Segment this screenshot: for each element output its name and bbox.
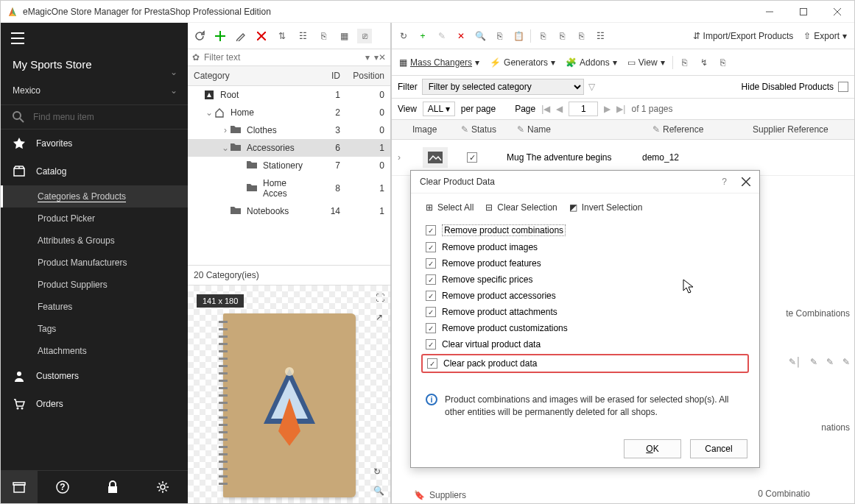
tool-button[interactable]: ↯ <box>697 55 711 70</box>
cancel-button[interactable]: Cancel <box>690 439 747 458</box>
hide-disabled-checkbox[interactable] <box>838 82 848 92</box>
checkbox[interactable] <box>426 323 436 333</box>
refresh-button[interactable]: ↻ <box>396 29 411 43</box>
external-icon[interactable]: ↗ <box>376 312 384 322</box>
view-button[interactable]: ▭View▾ <box>624 56 668 69</box>
zoom-icon[interactable]: 🔍 <box>373 486 384 496</box>
checkbox[interactable] <box>426 274 436 285</box>
sidebar-subitem-product-manufacturers[interactable]: Product Manufacturers <box>1 252 188 274</box>
dialog-option-row[interactable]: Remove product customizations <box>426 320 745 336</box>
dialog-close-button[interactable] <box>742 177 750 186</box>
sidebar-subitem-tags[interactable]: Tags <box>1 318 188 340</box>
sidebar-subitem-features[interactable]: Features <box>1 296 188 318</box>
category-row[interactable]: Stationery70 <box>188 157 390 174</box>
sidebar-item-catalog[interactable]: Catalog <box>1 157 188 185</box>
window-minimize-button[interactable] <box>753 1 787 23</box>
select-all-button[interactable]: ⊞Select All <box>426 202 474 213</box>
category-row[interactable]: ⌄Accessories61 <box>188 139 390 157</box>
edit-button[interactable]: ✎ <box>434 29 449 43</box>
last-page-button[interactable]: ▶| <box>616 104 625 114</box>
tool-button[interactable]: ☷ <box>593 29 608 43</box>
category-row[interactable]: Home Acces81 <box>188 174 390 202</box>
mass-changers-button[interactable]: ▦Mass Changers▾ <box>396 56 482 69</box>
checkbox[interactable] <box>426 258 436 269</box>
category-row[interactable]: Root10 <box>188 86 390 104</box>
category-tree[interactable]: Root10⌄Home20›Clothes30⌄Accessories61Sta… <box>188 86 390 265</box>
settings-button[interactable] <box>138 471 188 503</box>
sidebar-subitem-attachments[interactable]: Attachments <box>1 340 188 362</box>
window-close-button[interactable] <box>820 1 854 23</box>
expand-row-icon[interactable]: › <box>398 152 408 163</box>
dialog-help-button[interactable]: ? <box>722 177 727 187</box>
tool-button-3[interactable]: ⎘ <box>316 29 331 43</box>
sidebar-subitem-categories-products[interactable]: Categories & Products <box>1 185 188 207</box>
category-filter-input[interactable] <box>204 52 361 63</box>
filter-select[interactable]: Filter by selected category <box>422 79 584 95</box>
archive-button[interactable] <box>1 471 38 503</box>
sidebar-item-customers[interactable]: Customers <box>1 362 188 390</box>
category-row[interactable]: Notebooks141 <box>188 202 390 220</box>
twist-icon[interactable]: ⌄ <box>220 143 231 153</box>
tool-button[interactable]: ⎘ <box>716 55 731 70</box>
delete-button[interactable] <box>254 29 269 43</box>
sidebar-subitem-attributes-groups[interactable]: Attributes & Groups <box>1 230 188 252</box>
sidebar-item-favorites[interactable]: Favorites <box>1 129 188 157</box>
clear-filter-icon[interactable]: ▾✕ <box>374 52 386 63</box>
hamburger-button[interactable] <box>1 23 188 54</box>
dialog-option-row[interactable]: Clear pack product data <box>421 354 749 373</box>
twist-icon[interactable]: › <box>220 125 231 135</box>
dialog-option-row[interactable]: Clear virtual product data <box>426 336 745 352</box>
view-per-page-select[interactable]: ALL▾ <box>423 102 455 116</box>
clear-selection-button[interactable]: ⊟Clear Selection <box>485 202 557 213</box>
sidebar-subitem-product-picker[interactable]: Product Picker <box>1 207 188 230</box>
tool-button[interactable]: ⎘ <box>535 29 550 43</box>
sidebar-search[interactable]: Find menu item <box>1 104 188 129</box>
suppliers-tab[interactable]: Suppliers <box>429 490 466 500</box>
next-page-button[interactable]: ▶ <box>604 104 611 114</box>
filter-funnel-icon[interactable]: ▽ <box>588 82 595 92</box>
sidebar-item-orders[interactable]: Orders <box>1 390 188 418</box>
checkbox[interactable] <box>426 307 436 317</box>
tool-button-2[interactable]: ☷ <box>295 29 310 43</box>
category-row[interactable]: ⌄Home20 <box>188 104 390 121</box>
dialog-option-row[interactable]: Remove specific prices <box>426 271 745 288</box>
tool-button[interactable]: ⎘ <box>555 29 569 43</box>
checkbox[interactable] <box>427 358 437 369</box>
import-export-button[interactable]: ⇵Import/Export Products <box>690 29 797 43</box>
filter-icon[interactable]: ▾ <box>365 52 370 63</box>
window-maximize-button[interactable] <box>787 1 820 23</box>
lock-button[interactable] <box>88 471 138 503</box>
first-page-button[interactable]: |◀ <box>541 104 550 114</box>
dialog-option-row[interactable]: Remove product accessories <box>426 288 745 304</box>
tool-button-4[interactable]: ▦ <box>337 29 351 43</box>
paste-button[interactable]: 📋 <box>511 29 526 43</box>
export-button[interactable]: ⇧Export▾ <box>801 29 850 43</box>
twist-icon[interactable]: ⌄ <box>204 107 214 118</box>
help-button[interactable]: ? <box>38 471 88 503</box>
ok-button[interactable]: OK <box>624 439 681 458</box>
tool-button-1[interactable]: ⇅ <box>275 29 289 43</box>
page-input[interactable] <box>569 102 598 116</box>
sidebar-subitem-product-suppliers[interactable]: Product Suppliers <box>1 274 188 296</box>
delete-button[interactable]: ✕ <box>454 29 468 43</box>
locale-selector[interactable]: Mexico ⌄ <box>1 81 188 104</box>
dialog-option-row[interactable]: Remove product images <box>426 239 745 255</box>
category-row[interactable]: ›Clothes30 <box>188 121 390 139</box>
status-checkbox[interactable] <box>467 152 477 163</box>
checkbox[interactable] <box>426 291 436 301</box>
tool-button[interactable]: ⎘ <box>574 29 588 43</box>
checkbox[interactable] <box>426 225 436 235</box>
add-button[interactable]: + <box>415 29 430 43</box>
invert-selection-button[interactable]: ◩Invert Selection <box>569 202 643 213</box>
edit-button[interactable] <box>233 29 248 43</box>
checkbox[interactable] <box>426 242 436 252</box>
add-button[interactable] <box>213 29 228 43</box>
copy-button[interactable]: ⎘ <box>492 29 507 43</box>
refresh-preview-icon[interactable]: ↻ <box>373 466 384 477</box>
search-button[interactable]: 🔍 <box>473 29 488 43</box>
tool-button-5[interactable]: ⎚ <box>357 29 372 43</box>
checkbox[interactable] <box>426 339 436 349</box>
dialog-option-row[interactable]: Remove product combinations <box>426 221 745 239</box>
expand-icon[interactable]: ⛶ <box>376 293 384 303</box>
store-selector[interactable]: My Sports Store ⌄ <box>1 54 188 81</box>
